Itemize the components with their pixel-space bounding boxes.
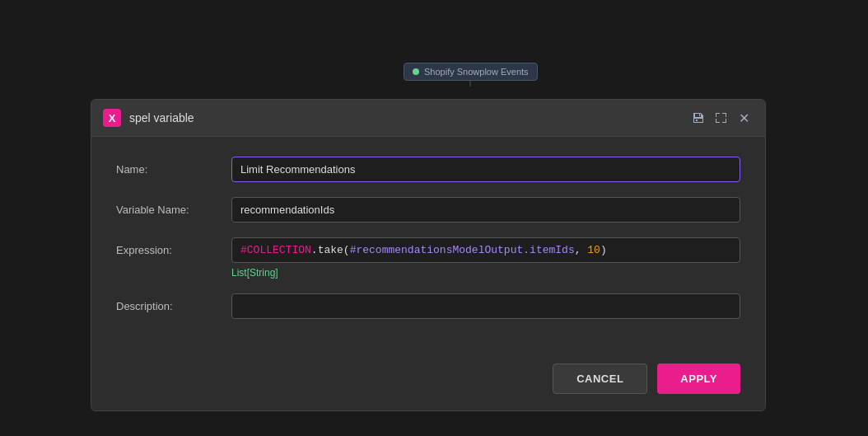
dialog-title: spel variable — [129, 111, 681, 124]
dialog-body: Name: Variable Name: Expression: #COLLEC… — [91, 137, 765, 350]
expr-close-part: ) — [600, 244, 607, 256]
expr-method-part: .take( — [311, 244, 350, 256]
variable-name-label: Variable Name: — [116, 197, 231, 216]
expression-type: List[String] — [231, 267, 740, 279]
variable-name-input[interactable] — [231, 197, 740, 223]
description-label: Description: — [116, 293, 231, 312]
node-status-dot — [413, 68, 419, 75]
expr-collection-part: #COLLECTION — [240, 244, 311, 256]
variable-name-row: Variable Name: — [116, 197, 740, 223]
apply-button[interactable]: APPLY — [657, 363, 740, 394]
expression-container: #COLLECTION.take(#recommendationsModelOu… — [231, 237, 740, 279]
description-input[interactable] — [231, 293, 740, 319]
expression-row: Expression: #COLLECTION.take(#recommenda… — [116, 237, 740, 279]
dialog-type-icon: X — [103, 109, 121, 127]
save-icon[interactable] — [689, 109, 707, 127]
background-node: Shopify Snowplow Events — [404, 63, 538, 81]
dialog-header-actions: ✕ — [689, 108, 754, 128]
expr-number-part: 10 — [587, 244, 600, 256]
name-row: Name: — [116, 157, 740, 182]
maximize-button[interactable] — [711, 108, 730, 128]
expr-comma-part: , — [575, 244, 588, 256]
dialog-footer: CANCEL APPLY — [91, 350, 765, 410]
dialog-header: X spel variable ✕ — [91, 100, 765, 137]
close-button[interactable]: ✕ — [734, 108, 754, 128]
name-label: Name: — [116, 157, 231, 176]
name-input[interactable] — [231, 157, 740, 182]
spel-variable-dialog: X spel variable ✕ Name: — [91, 99, 766, 411]
expr-var-part: #recommendationsModelOutput.itemIds — [350, 244, 575, 256]
expression-label: Expression: — [116, 237, 231, 256]
description-row: Description: — [116, 293, 740, 319]
node-label: Shopify Snowplow Events — [424, 67, 529, 77]
expression-input[interactable]: #COLLECTION.take(#recommendationsModelOu… — [231, 237, 740, 263]
cancel-button[interactable]: CANCEL — [553, 363, 647, 394]
